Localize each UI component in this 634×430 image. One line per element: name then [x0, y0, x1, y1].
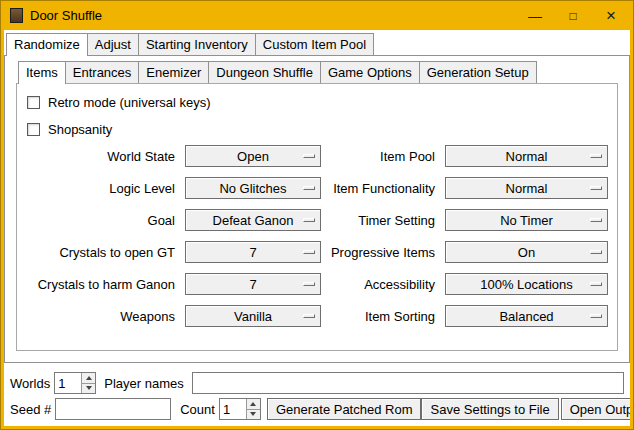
- tab-dungeon-shuffle[interactable]: Dungeon Shuffle: [208, 61, 321, 83]
- retro-mode-checkbox[interactable]: [27, 96, 40, 109]
- dropdown-indicator-icon: [590, 186, 602, 190]
- close-button[interactable]: ×: [592, 1, 630, 30]
- worlds-stepper-buttons: [81, 373, 95, 393]
- window-title: Door Shuffle: [30, 8, 102, 23]
- tab-entrances[interactable]: Entrances: [65, 61, 140, 83]
- item-pool-label: Item Pool: [325, 149, 441, 164]
- shopsanity-row: Shopsanity: [27, 120, 617, 138]
- dropdown-indicator-icon: [590, 250, 602, 254]
- tab-custom-item-pool[interactable]: Custom Item Pool: [255, 33, 374, 55]
- randomize-tab-pane: Items Entrances Enemizer Dungeon Shuffle…: [4, 55, 630, 363]
- spin-down-icon: [250, 412, 256, 416]
- dropdown-indicator-icon: [590, 314, 602, 318]
- player-names-input[interactable]: [192, 372, 624, 394]
- world-state-value: Open: [237, 149, 269, 164]
- minimize-button[interactable]: —: [516, 1, 554, 30]
- bottom-controls: Worlds Player names Seed # Count: [10, 372, 624, 420]
- dropdown-indicator-icon: [590, 154, 602, 158]
- goal-value: Defeat Ganon: [213, 213, 294, 228]
- retro-mode-label: Retro mode (universal keys): [48, 95, 211, 110]
- count-spin-down-button[interactable]: [247, 409, 260, 420]
- tab-items[interactable]: Items: [18, 61, 66, 84]
- tab-enemizer[interactable]: Enemizer: [138, 61, 209, 83]
- goal-label: Goal: [23, 213, 181, 228]
- count-input[interactable]: [220, 399, 246, 419]
- maximize-icon: □: [569, 10, 576, 22]
- world-state-label: World State: [23, 149, 181, 164]
- logic-level-dropdown[interactable]: No Glitches: [185, 177, 321, 199]
- crystals-ganon-value: 7: [249, 277, 256, 292]
- item-functionality-dropdown[interactable]: Normal: [445, 177, 608, 199]
- tab-starting-inventory[interactable]: Starting Inventory: [138, 33, 256, 55]
- worlds-row: Worlds Player names: [10, 372, 624, 394]
- worlds-input[interactable]: [55, 373, 81, 393]
- logic-level-label: Logic Level: [23, 181, 181, 196]
- item-pool-value: Normal: [506, 149, 548, 164]
- spin-down-icon: [86, 386, 92, 390]
- options-grid: World State Open Item Pool Normal Logic …: [17, 145, 617, 327]
- item-functionality-value: Normal: [506, 181, 548, 196]
- worlds-stepper[interactable]: [54, 372, 96, 394]
- player-names-label: Player names: [104, 376, 183, 391]
- shopsanity-checkbox[interactable]: [27, 123, 40, 136]
- save-settings-button[interactable]: Save Settings to File: [421, 398, 558, 420]
- weapons-dropdown[interactable]: Vanilla: [185, 305, 321, 327]
- crystals-ganon-dropdown[interactable]: 7: [185, 273, 321, 295]
- accessibility-label: Accessibility: [325, 277, 441, 292]
- window-content: Randomize Adjust Starting Inventory Cust…: [4, 30, 630, 426]
- worlds-label: Worlds: [10, 376, 50, 391]
- count-stepper-buttons: [246, 399, 260, 419]
- count-spin-up-button[interactable]: [247, 399, 260, 409]
- progressive-items-value: On: [518, 245, 535, 260]
- tab-game-options[interactable]: Game Options: [320, 61, 420, 83]
- window-controls: — □ ×: [516, 1, 630, 30]
- crystals-gt-label: Crystals to open GT: [23, 245, 181, 260]
- timer-setting-label: Timer Setting: [325, 213, 441, 228]
- crystals-gt-value: 7: [249, 245, 256, 260]
- item-functionality-label: Item Functionality: [325, 181, 441, 196]
- spin-up-icon: [86, 376, 92, 380]
- item-sorting-dropdown[interactable]: Balanced: [445, 305, 608, 327]
- dropdown-indicator-icon: [303, 186, 315, 190]
- maximize-button[interactable]: □: [554, 1, 592, 30]
- item-pool-dropdown[interactable]: Normal: [445, 145, 608, 167]
- worlds-spin-up-button[interactable]: [82, 373, 95, 383]
- world-state-dropdown[interactable]: Open: [185, 145, 321, 167]
- spin-up-icon: [250, 402, 256, 406]
- inner-tab-bar: Items Entrances Enemizer Dungeon Shuffle…: [18, 61, 629, 83]
- tab-randomize[interactable]: Randomize: [6, 33, 88, 56]
- item-sorting-value: Balanced: [499, 309, 553, 324]
- accessibility-dropdown[interactable]: 100% Locations: [445, 273, 608, 295]
- timer-setting-dropdown[interactable]: No Timer: [445, 209, 608, 231]
- crystals-gt-dropdown[interactable]: 7: [185, 241, 321, 263]
- tab-adjust[interactable]: Adjust: [87, 33, 139, 55]
- timer-setting-value: No Timer: [500, 213, 553, 228]
- item-sorting-label: Item Sorting: [325, 309, 441, 324]
- dropdown-indicator-icon: [590, 218, 602, 222]
- dropdown-indicator-icon: [303, 250, 315, 254]
- weapons-label: Weapons: [23, 309, 181, 324]
- seed-input[interactable]: [55, 398, 171, 420]
- goal-dropdown[interactable]: Defeat Ganon: [185, 209, 321, 231]
- dropdown-indicator-icon: [303, 218, 315, 222]
- worlds-spin-down-button[interactable]: [82, 383, 95, 394]
- outer-tab-bar: Randomize Adjust Starting Inventory Cust…: [6, 33, 630, 55]
- count-stepper[interactable]: [219, 398, 261, 420]
- progressive-items-label: Progressive Items: [325, 245, 441, 260]
- seed-row: Seed # Count Generate Patched Rom Save S…: [10, 398, 624, 420]
- generate-patched-rom-button[interactable]: Generate Patched Rom: [267, 398, 422, 420]
- minimize-icon: —: [528, 9, 542, 23]
- weapons-value: Vanilla: [234, 309, 272, 324]
- open-output-directory-button[interactable]: Open Output Directory: [561, 398, 630, 420]
- dropdown-indicator-icon: [303, 314, 315, 318]
- dropdown-indicator-icon: [303, 282, 315, 286]
- titlebar[interactable]: Door Shuffle — □ ×: [4, 1, 630, 30]
- app-icon: [10, 8, 23, 23]
- count-label: Count: [180, 402, 215, 417]
- progressive-items-dropdown[interactable]: On: [445, 241, 608, 263]
- window: Door Shuffle — □ × Randomize Adjust Star…: [0, 0, 634, 430]
- shopsanity-label: Shopsanity: [48, 122, 112, 137]
- seed-label: Seed #: [10, 402, 51, 417]
- dropdown-indicator-icon: [590, 282, 602, 286]
- tab-generation-setup[interactable]: Generation Setup: [419, 61, 537, 83]
